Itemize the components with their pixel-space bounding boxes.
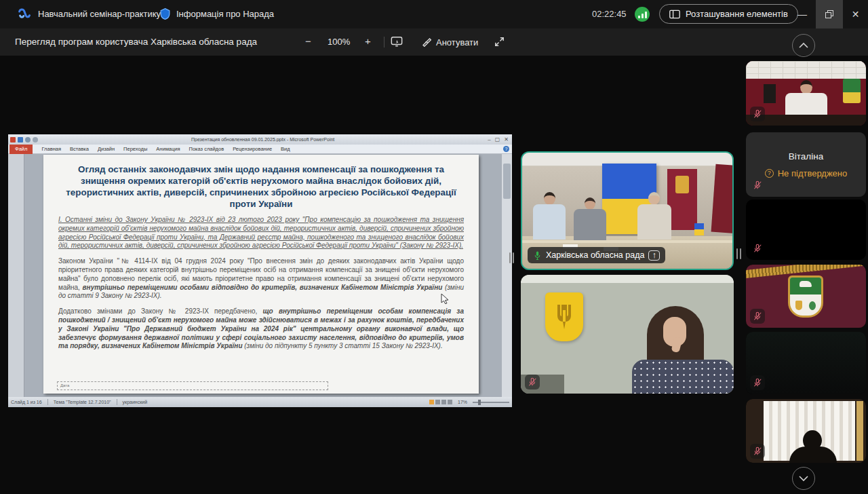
close-button[interactable]: ✕ xyxy=(843,0,868,28)
powerpoint-app-icon xyxy=(10,137,16,142)
slideshow-view-icon[interactable] xyxy=(448,400,452,404)
chevron-down-icon xyxy=(798,475,809,482)
mic-muted-icon xyxy=(750,107,765,121)
zoom-in-button[interactable]: + xyxy=(365,35,371,47)
scrollbar-thumb[interactable] xyxy=(503,164,511,199)
sorter-view-icon[interactable] xyxy=(435,400,440,404)
p3-tail: (зміни до підпункту 5 пункту 3 статті 15… xyxy=(243,342,443,349)
ppt-minimize[interactable]: – xyxy=(488,136,490,142)
zoom-level[interactable]: 100% xyxy=(328,37,350,47)
mic-muted-icon xyxy=(750,241,765,256)
participant-thumbnail[interactable] xyxy=(746,61,866,126)
webex-meeting-window: Навчальний семінар-практикум Інформація … xyxy=(0,0,868,494)
active-speaker-label: Харківська обласна рада ↑ xyxy=(528,247,665,263)
powerpoint-titlebar: Презентация обновленная 09.01.2025.pptx … xyxy=(8,134,512,145)
language-indicator[interactable]: украинский xyxy=(123,400,148,404)
desk-flag xyxy=(694,223,704,235)
slide-title: Огляд останніх законодавчих змін щодо на… xyxy=(58,164,464,210)
mic-muted-icon xyxy=(750,309,765,324)
sharing-indicator-icon: ↑ xyxy=(648,250,660,261)
zoom-out-button[interactable]: − xyxy=(305,35,311,47)
normal-view-icon[interactable] xyxy=(429,400,434,404)
slide-canvas: Огляд останніх законодавчих змін щодо на… xyxy=(43,155,479,394)
participant-video-large[interactable] xyxy=(521,275,734,394)
slide-paragraph-2: Законом України "№ 4114-ІХ від 04 грудня… xyxy=(58,257,464,301)
tab-review[interactable]: Рецензирование xyxy=(233,146,272,152)
webex-logo-icon xyxy=(18,7,32,21)
participant-thumbnail[interactable] xyxy=(746,332,866,394)
active-speaker-name: Харківська обласна рада xyxy=(546,250,644,260)
meeting-title: Навчальний семінар-практикум xyxy=(38,9,167,19)
tab-insert[interactable]: Вставка xyxy=(70,146,89,152)
quick-access-toolbar[interactable] xyxy=(8,137,38,142)
panel-resize-handle[interactable] xyxy=(509,252,514,263)
undo-icon[interactable] xyxy=(25,137,31,142)
ppt-status-bar: Слайд 1 из 16 Тема "Template 12.7.2010" … xyxy=(8,397,512,407)
p2-bold: внутрішньо переміщеними особами відповід… xyxy=(83,284,443,291)
powerpoint-window: Презентация обновленная 09.01.2025.pptx … xyxy=(8,134,512,407)
mic-muted-icon xyxy=(750,178,765,193)
connection-quality-icon[interactable] xyxy=(635,7,650,22)
view-buttons[interactable] xyxy=(429,400,452,404)
annotate-pen-icon xyxy=(422,36,433,47)
tab-file[interactable]: Файл xyxy=(9,145,33,154)
chevron-up-icon xyxy=(798,42,809,49)
slide-counter: Слайд 1 из 16 xyxy=(11,400,42,404)
reading-view-icon[interactable] xyxy=(441,400,446,404)
layout-icon xyxy=(669,10,680,19)
slide-paragraph-3: Додатково змінами до Закону № 2923-ІХ пе… xyxy=(58,307,464,351)
sidebar-resize-handle[interactable] xyxy=(736,248,741,259)
tab-design[interactable]: Дизайн xyxy=(98,146,115,152)
date-placeholder[interactable]: Дата xyxy=(57,381,328,390)
layout-button-label: Розташування елементів xyxy=(686,9,788,19)
mic-muted-icon xyxy=(750,375,765,390)
tab-home[interactable]: Главная xyxy=(41,146,61,152)
share-title: Перегляд програм користувача Харківська … xyxy=(15,37,257,47)
meeting-timer: 02:22:45 xyxy=(592,9,627,19)
share-control-bar: Перегляд програм користувача Харківська … xyxy=(0,28,868,56)
participant-thumbnail[interactable] xyxy=(746,399,866,463)
tab-view[interactable]: Вид xyxy=(281,146,290,152)
ppt-maximize[interactable]: ▢ xyxy=(495,136,500,142)
ppt-close[interactable]: ✕ xyxy=(504,136,509,142)
polka-dot-blouse xyxy=(632,360,734,394)
layout-button[interactable]: Розташування елементів xyxy=(659,4,798,24)
annotate-button[interactable]: Анотувати xyxy=(436,37,478,48)
slide-paragraph-1: І. Останні зміни до Закону України № 292… xyxy=(58,216,464,250)
unverified-badge-label: Не підтверджено xyxy=(778,168,848,178)
save-icon[interactable] xyxy=(18,137,23,142)
restore-button[interactable] xyxy=(816,0,843,28)
scroll-down-button[interactable] xyxy=(792,467,815,490)
screen-share-view-icon[interactable] xyxy=(391,36,403,48)
shield-icon[interactable] xyxy=(159,7,172,20)
help-icon[interactable]: ? xyxy=(503,146,509,152)
meeting-info-button[interactable]: Інформація про Нарада xyxy=(176,9,274,19)
redo-icon[interactable] xyxy=(33,137,38,142)
office-video xyxy=(521,275,734,394)
theme-name: Тема "Template 12.7.2010" xyxy=(54,400,111,404)
slides-panel-collapsed[interactable] xyxy=(8,154,24,397)
mic-muted-icon xyxy=(525,375,540,390)
oblast-banner xyxy=(667,169,697,230)
expand-icon[interactable] xyxy=(494,36,505,48)
tab-transitions[interactable]: Переходы xyxy=(123,146,147,152)
ppt-zoom-slider[interactable] xyxy=(473,402,509,403)
mic-muted-icon xyxy=(750,444,765,459)
minimize-button[interactable]: — xyxy=(789,0,816,28)
p3-head: Додатково змінами до Закону № 2923-ІХ пе… xyxy=(58,307,262,315)
mic-on-icon xyxy=(533,250,542,261)
ribbon-tab-row: Файл Главная Вставка Дизайн Переходы Ани… xyxy=(8,145,512,154)
ppt-scrollbar[interactable] xyxy=(501,154,512,397)
participant-thumbnail[interactable] xyxy=(746,265,866,328)
tab-slideshow[interactable]: Показ слайдов xyxy=(189,146,224,152)
divider xyxy=(384,37,384,48)
scroll-up-button[interactable] xyxy=(792,34,815,57)
participant-thumbnail[interactable] xyxy=(746,200,866,260)
trident-emblem xyxy=(545,292,583,341)
tab-animations[interactable]: Анимация xyxy=(156,146,180,152)
ppt-zoom-level[interactable]: 17% xyxy=(458,400,467,404)
title-bar: Навчальний семінар-практикум Інформація … xyxy=(0,0,868,28)
participant-thumbnail-vitalina[interactable]: Віталіна ? Не підтверджено xyxy=(746,132,866,197)
active-speaker-video[interactable]: Харківська обласна рада ↑ xyxy=(521,151,734,270)
unverified-badge: ? Не підтверджено xyxy=(765,168,848,178)
